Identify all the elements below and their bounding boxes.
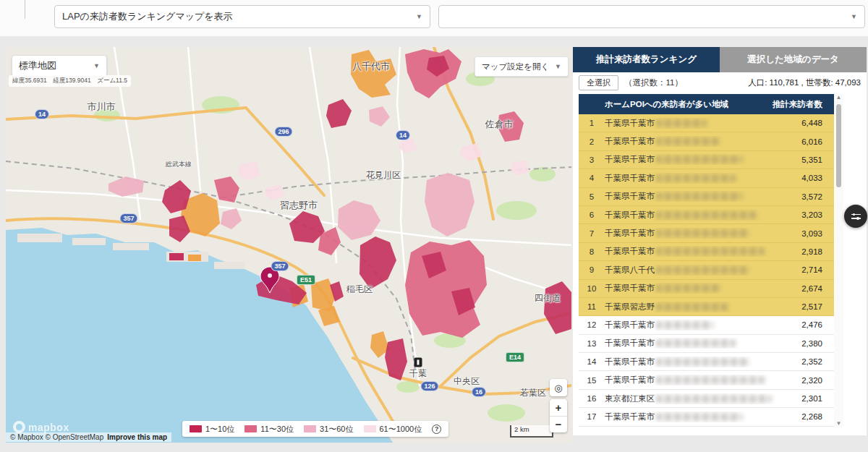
secondary-select[interactable]: ▼ [438, 5, 865, 28]
row-region-text: 千葉県千葉市 [605, 191, 655, 202]
row-value: 6,448 [801, 119, 834, 127]
row-region: 千葉県千葉市 [605, 154, 801, 165]
zoom-in-button[interactable]: + [550, 399, 567, 417]
map-legend: 1〜10位11〜30位31〜60位61〜1000位 ? [182, 421, 448, 437]
legend-swatch [304, 425, 316, 432]
row-region-text: 千葉県千葉市 [605, 357, 655, 367]
row-value: 2,517 [801, 302, 834, 311]
row-region-text: 千葉県千葉市 [605, 154, 655, 165]
row-region: 千葉県千葉市 [605, 338, 801, 349]
table-row[interactable]: 4千葉県千葉市4,033 [579, 169, 834, 187]
table-row[interactable]: 9千葉県八千代2,714 [579, 261, 834, 279]
scroll-up-arrow[interactable]: ▲ [834, 94, 843, 101]
ranking-table: ホームPOIへの来訪者が多い地域 推計来訪者数 1千葉県千葉市6,4482千葉県… [579, 94, 843, 427]
row-region: 千葉県習志野 [605, 302, 801, 312]
road-shield: 357 [119, 213, 137, 223]
table-header: ホームPOIへの来訪者が多い地域 推計来訪者数 [579, 94, 834, 114]
table-row[interactable]: 6千葉県千葉市3,203 [579, 206, 834, 224]
row-region: 千葉県千葉市 [605, 210, 801, 221]
row-region: 千葉県千葉市 [605, 412, 801, 422]
road-shield: 126 [420, 381, 438, 391]
row-region-redacted [656, 247, 765, 255]
table-row[interactable]: 10千葉県千葉市2,674 [579, 280, 834, 298]
selection-count: （選択数：11） [624, 77, 683, 88]
table-row[interactable]: 14千葉県千葉市2,352 [579, 353, 834, 371]
table-row[interactable]: 8千葉県千葉市2,918 [579, 243, 834, 261]
select-all-button[interactable]: 全選択 [579, 75, 618, 90]
row-value: 5,351 [801, 155, 834, 164]
road-shield: 357 [271, 261, 289, 271]
panel-tabs: 推計来訪者数ランキング 選択した地域のデータ [573, 47, 867, 72]
legend-swatch [244, 425, 257, 432]
table-row[interactable]: 3千葉県千葉市5,351 [579, 151, 834, 169]
road-shield: 14 [396, 130, 410, 140]
row-region-text: 千葉県八千代 [605, 265, 655, 276]
scrollbar-thumb[interactable] [836, 104, 841, 187]
map-art [6, 47, 571, 443]
chevron-down-icon: ▼ [555, 63, 561, 70]
attribution-text[interactable]: © Mapbox © OpenStreetMap [10, 433, 103, 441]
row-region-text: 千葉県千葉市 [605, 338, 655, 349]
row-value: 2,268 [801, 412, 834, 421]
zoom-out-button[interactable]: − [550, 417, 567, 433]
row-value: 3,093 [801, 229, 834, 238]
legend-swatch [364, 425, 376, 432]
mapbox-logo[interactable]: mapbox [13, 421, 69, 433]
table-row[interactable]: 2千葉県千葉市6,016 [579, 132, 834, 150]
row-rank: 6 [579, 210, 605, 219]
row-region-text: 千葉県千葉市 [605, 375, 655, 385]
table-row[interactable]: 11千葉県習志野2,517 [579, 298, 834, 316]
improve-map-link[interactable]: Improve this map [107, 433, 167, 441]
row-region-redacted [656, 174, 736, 182]
table-row[interactable]: 15千葉県千葉市2,320 [579, 371, 834, 389]
top-toolbar: LAPの来訪者数ランキングマップを表示 ▼ ▼ [0, 0, 868, 36]
table-row[interactable]: 13千葉県千葉市2,380 [579, 335, 834, 353]
road-shield: 296 [274, 127, 292, 137]
row-rank: 12 [579, 320, 605, 329]
map-settings-select[interactable]: マップ設定を開く ▼ [475, 56, 569, 77]
map-mode-select[interactable]: LAPの来訪者数ランキングマップを表示 ▼ [54, 5, 430, 28]
selection-bar: 全選択 （選択数：11） 人口: 110,781 , 世帯数: 47,093 [573, 72, 867, 93]
row-region: 千葉県千葉市 [605, 136, 801, 147]
row-region: 千葉県八千代 [605, 265, 801, 276]
row-rank: 8 [579, 247, 605, 256]
table-rows: 1千葉県千葉市6,4482千葉県千葉市6,0163千葉県千葉市5,3514千葉県… [579, 114, 834, 427]
tab-ranking[interactable]: 推計来訪者数ランキング [573, 47, 720, 72]
table-row[interactable]: 17千葉県千葉市2,268 [579, 408, 834, 426]
row-value: 2,380 [801, 339, 834, 348]
tab-selected-area-data[interactable]: 選択した地域のデータ [720, 47, 867, 72]
row-value: 3,572 [801, 192, 834, 201]
table-row[interactable]: 16東京都江東区2,301 [579, 390, 834, 408]
legend-label: 11〜30位 [260, 424, 294, 435]
map-style-select[interactable]: 標準地図 ▼ [12, 55, 107, 77]
road-shield: 14 [35, 109, 49, 119]
map-canvas[interactable]: 市川市八千代市佐倉市習志野市花見川区稲毛区中央区若葉区四街道千葉総武本線 142… [6, 47, 571, 443]
table-row[interactable]: 1千葉県千葉市6,448 [579, 114, 834, 132]
row-rank: 7 [579, 229, 605, 238]
map-attribution: © Mapbox © OpenStreetMap Improve this ma… [6, 432, 171, 442]
legend-label: 61〜1000位 [380, 424, 422, 435]
scroll-down-arrow[interactable]: ▼ [834, 420, 843, 427]
row-value: 6,016 [801, 137, 834, 146]
row-region-text: 千葉県千葉市 [605, 283, 655, 294]
legend-item: 11〜30位 [244, 424, 294, 435]
row-region: 千葉県千葉市 [605, 191, 801, 202]
geolocate-button[interactable]: ◎ [550, 379, 567, 396]
table-row[interactable]: 7千葉県千葉市3,093 [579, 224, 834, 242]
row-region: 千葉県千葉市 [605, 320, 801, 331]
row-rank: 9 [579, 265, 605, 274]
ranking-panel: 推計来訪者数ランキング 選択した地域のデータ 全選択 （選択数：11） 人口: … [573, 47, 867, 435]
toolbar-divider [25, 0, 25, 19]
legend-item: 61〜1000位 [364, 424, 422, 435]
row-region-redacted [656, 229, 750, 237]
legend-item: 1〜10位 [190, 424, 234, 435]
row-value: 2,301 [801, 394, 834, 403]
table-row[interactable]: 5千葉県千葉市3,572 [579, 188, 834, 206]
row-rank: 10 [579, 284, 605, 293]
row-value: 4,033 [801, 174, 834, 182]
help-icon[interactable]: ? [432, 425, 441, 434]
population-stats: 人口: 110,781 , 世帯数: 47,093 [748, 77, 861, 88]
row-region-text: 千葉県千葉市 [605, 320, 655, 331]
panel-options-button[interactable] [844, 205, 867, 228]
table-row[interactable]: 12千葉県千葉市2,476 [579, 316, 834, 334]
